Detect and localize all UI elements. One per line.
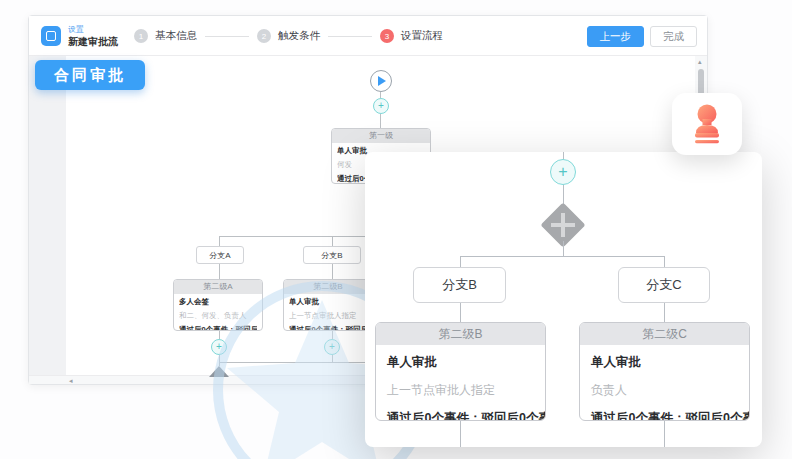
stamp-tool-card[interactable] xyxy=(672,93,742,155)
settings-app-icon xyxy=(41,26,61,46)
node-body: 单人审批 上一节点审批人指定 通过后0个事件；驳回后0个事件 xyxy=(284,294,372,331)
play-icon xyxy=(378,76,386,86)
node-events: 通过后0个事件；驳回后0个事件 xyxy=(387,410,534,421)
node-header: 第二级B xyxy=(284,280,372,294)
connector-line xyxy=(563,152,564,159)
node-events: 通过后0个事件；驳回后0个事件 xyxy=(179,325,257,331)
connector-line xyxy=(563,241,564,256)
step-number: 3 xyxy=(380,29,394,43)
flow-start-node[interactable] xyxy=(370,70,392,92)
connector-line xyxy=(332,236,333,246)
node-card-level2a[interactable]: 第二级A 多人会签 和二、何发、负责人 通过后0个事件；驳回后0个事件 xyxy=(173,279,263,331)
connector-line xyxy=(332,355,333,362)
node-body: 多人会签 和二、何发、负责人 通过后0个事件；驳回后0个事件 xyxy=(174,294,262,331)
step-label: 触发条件 xyxy=(278,29,320,43)
connector-line xyxy=(460,256,461,267)
branch-label: 分支A xyxy=(209,250,230,261)
step-connector xyxy=(328,36,372,37)
connector-line xyxy=(460,256,664,257)
zoomed-flow-panel: + 分支B 分支C 第二级B 单人审批 上一节点审批人指定 通过后0个事件；驳回… xyxy=(365,152,762,447)
scroll-left-icon[interactable]: ◂ xyxy=(69,376,73,385)
header-eyebrow: 设置 xyxy=(68,24,84,35)
connector-line xyxy=(219,236,381,237)
node-approval-type: 多人会签 xyxy=(179,297,257,307)
node-card-level2c-zoomed[interactable]: 第二级C 单人审批 负责人 通过后0个事件；驳回后0个事件 xyxy=(579,322,750,421)
step-number: 1 xyxy=(134,29,148,43)
branch-label: 分支B xyxy=(442,276,477,294)
branch-node-b[interactable]: 分支B xyxy=(413,267,506,303)
wizard-header: 设置 新建审批流 1 基本信息 2 触发条件 3 设置流程 上 xyxy=(29,16,707,56)
branch-node-a[interactable]: 分支A xyxy=(196,246,244,264)
add-node-button[interactable]: + xyxy=(324,339,340,355)
branch-node-c[interactable]: 分支C xyxy=(618,267,710,303)
done-button[interactable]: 完成 xyxy=(650,26,697,47)
node-header: 第二级C xyxy=(580,323,749,345)
node-approval-type: 单人审批 xyxy=(289,297,367,307)
page-title: 新建审批流 xyxy=(68,35,118,49)
wizard-stepper: 1 基本信息 2 触发条件 3 设置流程 xyxy=(134,16,443,56)
step-label: 设置流程 xyxy=(401,29,443,43)
connector-line xyxy=(460,421,461,447)
node-events: 通过后0个事件；驳回后0个事件 xyxy=(591,410,738,421)
node-body: 单人审批 上一节点审批人指定 通过后0个事件；驳回后0个事件 xyxy=(376,345,545,421)
scroll-up-icon[interactable]: ▴ xyxy=(698,58,702,66)
node-card-level2b[interactable]: 第二级B 单人审批 上一节点审批人指定 通过后0个事件；驳回后0个事件 xyxy=(283,279,373,331)
connector-line xyxy=(332,264,333,279)
node-card-level2b-zoomed[interactable]: 第二级B 单人审批 上一节点审批人指定 通过后0个事件；驳回后0个事件 xyxy=(375,322,546,421)
step-label: 基本信息 xyxy=(155,29,197,43)
connector-line xyxy=(664,256,665,267)
stamp-icon xyxy=(690,104,724,144)
triangle-up-icon xyxy=(209,366,229,377)
connector-line xyxy=(332,331,333,339)
connector-line xyxy=(219,355,220,362)
diamond-plus-icon xyxy=(551,213,575,237)
branch-label: 分支B xyxy=(321,250,342,261)
node-header: 第二级A xyxy=(174,280,262,294)
connector-line xyxy=(380,114,381,128)
node-header: 第二级B xyxy=(376,323,545,345)
step-connector xyxy=(205,36,249,37)
node-header: 第一级 xyxy=(332,129,430,143)
add-node-button[interactable]: + xyxy=(550,159,576,185)
stepper-step-trigger-condition[interactable]: 2 触发条件 xyxy=(257,29,320,43)
node-assignee: 上一节点审批人指定 xyxy=(289,311,367,321)
flow-name-badge: 合同审批 xyxy=(35,60,145,90)
connector-line xyxy=(664,303,665,322)
node-approval-type: 单人审批 xyxy=(387,354,534,371)
connector-line xyxy=(219,236,220,246)
node-body: 单人审批 负责人 通过后0个事件；驳回后0个事件 xyxy=(580,345,749,421)
add-node-button[interactable]: + xyxy=(373,98,389,114)
node-assignee: 上一节点审批人指定 xyxy=(387,382,534,399)
step-number: 2 xyxy=(257,29,271,43)
node-assignee: 负责人 xyxy=(591,382,738,399)
page: 设置 新建审批流 1 基本信息 2 触发条件 3 设置流程 上 xyxy=(0,0,792,459)
branch-node-b[interactable]: 分支B xyxy=(303,246,361,264)
stepper-step-set-flow[interactable]: 3 设置流程 xyxy=(380,29,443,43)
connector-line xyxy=(219,331,220,339)
canvas-left-gutter xyxy=(29,56,66,376)
node-events: 通过后0个事件；驳回后0个事件 xyxy=(289,325,367,331)
add-node-button[interactable]: + xyxy=(211,339,227,355)
node-approval-type: 单人审批 xyxy=(591,354,738,371)
connector-line xyxy=(664,421,665,447)
connector-line xyxy=(219,264,220,279)
previous-step-button[interactable]: 上一步 xyxy=(587,26,645,47)
branch-label: 分支C xyxy=(646,276,681,294)
node-assignee: 和二、何发、负责人 xyxy=(179,311,257,321)
stepper-step-basic-info[interactable]: 1 基本信息 xyxy=(134,29,197,43)
header-actions: 上一步 完成 xyxy=(587,26,698,47)
connector-line xyxy=(460,303,461,322)
